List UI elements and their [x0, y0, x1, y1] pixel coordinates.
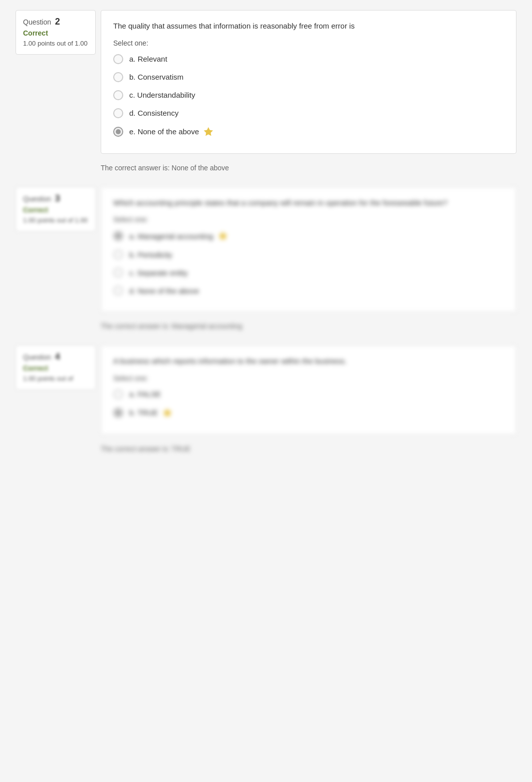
status-correct-3: Correct: [23, 206, 88, 214]
select-one-label-4: Select one:: [113, 374, 504, 382]
option-text-2-e: e. None of the above: [129, 127, 199, 136]
star-icon-4-b: [162, 407, 173, 418]
svg-marker-1: [218, 231, 227, 240]
option-row-2-d[interactable]: d. Consistency: [113, 106, 504, 120]
option-text-2-d: d. Consistency: [129, 109, 178, 117]
correct-answer-2: The correct answer is: None of the above: [101, 160, 516, 172]
option-radio-4-a: [113, 389, 123, 399]
points-4: 1.00 points out of: [23, 374, 88, 383]
question-sidebar-2: Question 2 Correct 1.00 points out of 1.…: [16, 10, 96, 55]
svg-marker-0: [204, 127, 213, 135]
option-row-2-e[interactable]: e. None of the above: [113, 124, 504, 139]
option-row-3-d[interactable]: d. None of the above: [113, 284, 504, 298]
option-radio-3-b: [113, 249, 123, 259]
select-one-label-2: Select one:: [113, 39, 504, 47]
question-main-2: The quality that assumes that informatio…: [101, 10, 516, 172]
status-correct-2: Correct: [23, 29, 88, 37]
select-one-label-3: Select one:: [113, 215, 504, 223]
points-2: 1.00 points out of 1.00: [23, 39, 88, 48]
question-number-3: Question 3: [23, 193, 88, 204]
option-radio-2-a: [113, 54, 123, 64]
option-text-4-a: a. FALSE: [129, 390, 161, 398]
option-radio-3-d: [113, 286, 123, 296]
option-row-3-a[interactable]: a. Managerial accounting: [113, 228, 504, 243]
option-row-3-c[interactable]: c. Separate entity: [113, 266, 504, 280]
correct-answer-4: The correct answer is: TRUE: [101, 441, 516, 453]
question-card-2: The quality that assumes that informatio…: [101, 10, 516, 154]
question-main-3: Which accounting principle states that a…: [101, 187, 516, 331]
option-row-2-a[interactable]: a. Relevant: [113, 52, 504, 66]
option-text-2-c: c. Understandability: [129, 91, 195, 99]
option-text-2-a: a. Relevant: [129, 55, 167, 63]
question-sidebar-3: Question 3 Correct 1.00 points out of 1.…: [16, 187, 96, 231]
option-radio-2-c: [113, 90, 123, 100]
option-row-2-c[interactable]: c. Understandability: [113, 88, 504, 102]
svg-marker-2: [163, 408, 172, 416]
option-text-3-b: b. Periodicity: [129, 250, 172, 259]
question-card-3: Which accounting principle states that a…: [101, 187, 516, 313]
option-radio-2-b: [113, 72, 123, 82]
option-text-3-a: a. Managerial accounting: [129, 232, 213, 240]
option-radio-2-d: [113, 108, 123, 118]
question-text-2: The quality that assumes that informatio…: [113, 21, 504, 32]
question-block-2: Question 2 Correct 1.00 points out of 1.…: [16, 10, 516, 172]
option-row-2-b[interactable]: b. Conservatism: [113, 70, 504, 84]
option-radio-3-c: [113, 268, 123, 278]
question-main-4: A business which reports information to …: [101, 345, 516, 453]
quiz-container: Question 2 Correct 1.00 points out of 1.…: [16, 10, 516, 453]
question-sidebar-4: Question 4 Correct 1.00 points out of: [16, 345, 96, 390]
option-radio-4-b: [113, 408, 123, 418]
option-text-3-d: d. None of the above: [129, 287, 199, 295]
question-text-3: Which accounting principle states that a…: [113, 197, 504, 209]
question-text-4: A business which reports information to …: [113, 356, 504, 367]
status-correct-4: Correct: [23, 364, 88, 372]
correct-answer-3: The correct answer is: Managerial accoun…: [101, 318, 516, 330]
option-text-4-b: b. TRUE: [129, 408, 158, 417]
question-number-4: Question 4: [23, 352, 88, 362]
option-row-4-a[interactable]: a. FALSE: [113, 387, 504, 401]
option-radio-2-e: [113, 127, 123, 137]
option-radio-3-a: [113, 231, 123, 241]
question-block-3: Question 3 Correct 1.00 points out of 1.…: [16, 187, 516, 331]
question-block-4: Question 4 Correct 1.00 points out of A …: [16, 345, 516, 453]
option-text-2-b: b. Conservatism: [129, 73, 183, 81]
option-row-4-b[interactable]: b. TRUE: [113, 405, 504, 420]
points-3: 1.00 points out of 1.00: [23, 216, 88, 225]
star-icon-3-a: [217, 230, 228, 241]
option-row-3-b[interactable]: b. Periodicity: [113, 247, 504, 262]
star-icon-2-e: [203, 126, 214, 137]
question-number-2: Question 2: [23, 17, 88, 27]
question-card-4: A business which reports information to …: [101, 345, 516, 435]
option-text-3-c: c. Separate entity: [129, 269, 188, 277]
